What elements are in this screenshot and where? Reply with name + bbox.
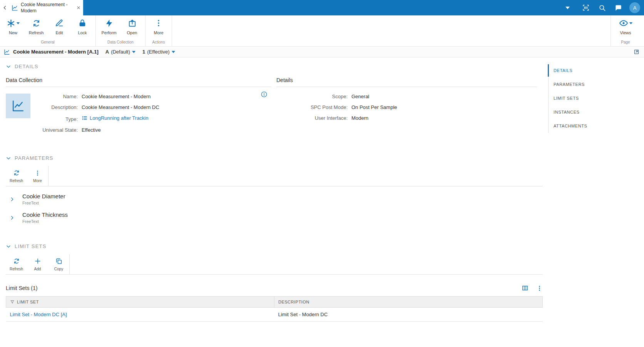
details-panel-title: Details — [276, 77, 537, 87]
info-icon[interactable] — [261, 91, 268, 98]
edit-button[interactable]: Edit — [48, 18, 71, 35]
document-tab[interactable]: Cookie Measurement - Modern — [10, 0, 83, 15]
table-more-button[interactable] — [536, 285, 543, 292]
expand-panel-button[interactable] — [634, 49, 639, 55]
limit-sets-add-button[interactable]: Add — [27, 254, 48, 274]
open-button[interactable]: Open — [120, 18, 144, 35]
table-row[interactable]: Limit Set - Modern DC [A] Limit Set - Mo… — [6, 308, 543, 322]
limit-sets-table: LIMIT SET DESCRIPTION Limit Set - Modern… — [6, 296, 543, 322]
details-panels: Data Collection Name: Cookie Measurement… — [6, 77, 543, 133]
chevron-right-icon[interactable] — [10, 215, 15, 220]
field-label: Description: — [36, 104, 78, 110]
chevron-down-icon — [6, 244, 11, 249]
parameters-section-header[interactable]: PARAMETERS — [6, 155, 543, 161]
refresh-icon — [13, 169, 20, 177]
ribbon-group-data-collection: Perform Open Data Collection — [96, 15, 145, 46]
edit-button-label: Edit — [56, 30, 63, 35]
details-section-title: DETAILS — [15, 64, 38, 69]
chevron-down-icon — [6, 64, 11, 69]
parameter-type: FreeText — [22, 201, 65, 205]
new-button[interactable]: New — [2, 18, 25, 35]
perform-icon — [105, 19, 114, 28]
version-selector[interactable]: A (Default) — [105, 49, 135, 55]
ribbon-group-label-general: General — [2, 40, 94, 46]
more-vertical-icon — [154, 19, 163, 27]
open-button-label: Open — [127, 30, 137, 35]
more-vertical-icon — [536, 285, 543, 292]
more-button[interactable]: More — [147, 18, 170, 35]
refresh-icon — [13, 257, 20, 265]
revision-selector[interactable]: 1 (Effective) — [142, 49, 175, 55]
views-eye-icon — [619, 18, 628, 28]
chart-line-icon — [4, 49, 10, 55]
search-button[interactable] — [594, 0, 610, 15]
back-button[interactable] — [0, 0, 10, 15]
column-header-limit-set[interactable]: LIMIT SET — [6, 297, 274, 308]
version-value: A — [105, 49, 109, 55]
refresh-button[interactable]: Refresh — [25, 18, 48, 35]
limit-sets-section-header[interactable]: LIMIT SETS — [6, 243, 543, 249]
type-link-text: LongRunning after Trackin — [90, 115, 148, 121]
refresh-icon — [32, 19, 41, 28]
filter-icon[interactable] — [10, 300, 15, 304]
toolbar-separator — [69, 254, 70, 274]
revision-value: 1 — [142, 49, 145, 55]
page-title: Cookie Measurement - Modern [A.1] — [13, 49, 99, 55]
field-value-scope: General — [351, 94, 537, 99]
scan-button[interactable] — [578, 0, 594, 15]
parameters-refresh-button[interactable]: Refresh — [6, 166, 27, 186]
parameter-row[interactable]: Cookie Thickness FreeText — [6, 209, 543, 227]
limit-sets-refresh-button[interactable]: Refresh — [6, 254, 27, 274]
copy-icon — [55, 257, 62, 265]
description-cell: Limit Set - Modern DC — [274, 308, 543, 322]
refresh-button-label: Refresh — [29, 30, 44, 35]
more-vertical-icon — [34, 169, 41, 177]
views-button[interactable]: Views — [614, 18, 637, 35]
parameters-section-title: PARAMETERS — [15, 155, 54, 161]
ribbon-group-actions: More Actions — [146, 15, 172, 46]
limit-sets-copy-button[interactable]: Copy — [48, 254, 69, 274]
plus-icon — [34, 257, 41, 265]
details-section-header[interactable]: DETAILS — [6, 64, 543, 69]
scan-icon — [582, 4, 590, 12]
field-label: Scope: — [276, 94, 348, 99]
main-column: DETAILS Data Collection Na — [0, 57, 543, 347]
limit-sets-table-bar: Limit Sets (1) — [6, 285, 543, 292]
columns-icon — [522, 285, 529, 292]
nav-item-attachments[interactable]: ATTACHMENTS — [549, 119, 598, 133]
page-content: DETAILS Data Collection Na — [0, 57, 644, 347]
ribbon-group-label-data-collection: Data Collection — [97, 40, 144, 46]
lock-button[interactable]: Lock — [71, 18, 94, 35]
details-section: DETAILS Data Collection Na — [6, 64, 543, 133]
nav-item-instances[interactable]: INSTANCES — [549, 105, 598, 119]
table-header-row: LIMIT SET DESCRIPTION — [6, 297, 543, 308]
parameter-row[interactable]: Cookie Diameter FreeText — [6, 190, 543, 209]
nav-item-parameters[interactable]: PARAMETERS — [549, 77, 598, 91]
limit-set-link[interactable]: Limit Set - Modern DC [A] — [10, 312, 67, 317]
column-header-description[interactable]: DESCRIPTION — [274, 297, 543, 308]
chevron-down-icon — [565, 7, 570, 9]
field-value-spc-post-mode: On Post Per Sample — [351, 104, 537, 110]
column-settings-button[interactable] — [522, 285, 529, 292]
field-value-type-link[interactable]: LongRunning after Trackin — [82, 115, 271, 121]
close-icon[interactable] — [76, 5, 81, 10]
tab-area: Cookie Measurement - Modern — [0, 0, 83, 15]
perform-button[interactable]: Perform — [97, 18, 120, 35]
nav-item-details[interactable]: DETAILS — [549, 64, 598, 77]
field-value-name: Cookie Measurement - Modern — [82, 94, 271, 99]
chat-button[interactable] — [610, 0, 626, 15]
nav-item-limit-sets[interactable]: LIMIT SETS — [549, 91, 598, 105]
ribbon-group-general: New Refresh Edit — [0, 15, 95, 46]
limit-sets-copy-label: Copy — [54, 267, 63, 271]
avatar[interactable]: A — [629, 2, 640, 13]
column-header-label: LIMIT SET — [17, 300, 39, 304]
parameters-more-button[interactable]: More — [27, 166, 48, 186]
chevron-down-icon — [629, 22, 632, 24]
chevron-down-icon — [132, 51, 135, 53]
limit-sets-toolbar: Refresh Add Copy — [6, 254, 543, 275]
chart-line-icon — [12, 99, 25, 112]
topbar-menu-caret[interactable] — [562, 0, 573, 15]
chevron-right-icon[interactable] — [10, 197, 15, 202]
field-value-universal-state: Effective — [82, 127, 271, 133]
ribbon-spacer — [172, 15, 611, 46]
